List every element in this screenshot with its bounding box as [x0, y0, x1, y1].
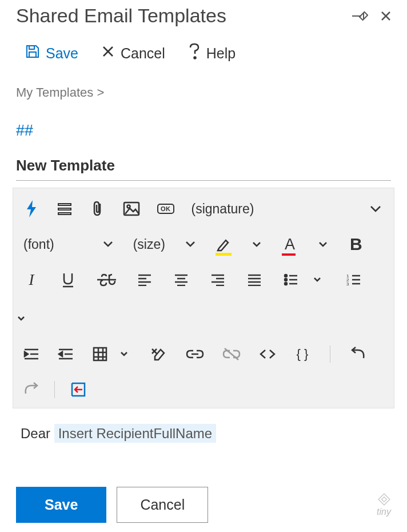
svg-marker-9 — [27, 200, 36, 217]
font-select-label: (font) — [23, 237, 54, 252]
editor-toolbar: OK (signature) (font) (size) — [13, 188, 394, 408]
chevron-down-icon[interactable] — [249, 235, 265, 253]
attachment-icon[interactable] — [90, 200, 106, 218]
editor-content[interactable]: Dear Insert RecipientFullName — [13, 418, 394, 450]
link-icon[interactable] — [186, 345, 204, 363]
svg-point-32 — [285, 279, 287, 281]
footer: Save Cancel tiny — [16, 487, 391, 523]
strikethrough-button[interactable] — [97, 271, 116, 289]
italic-button[interactable]: I — [23, 271, 39, 289]
greeting-text: Dear — [21, 426, 54, 441]
bold-button[interactable]: B — [348, 235, 364, 253]
ok-button-icon[interactable]: OK — [157, 200, 174, 218]
font-select[interactable]: (font) — [23, 237, 54, 252]
svg-text:3: 3 — [346, 281, 349, 286]
template-name-input[interactable]: New Template — [16, 157, 391, 181]
underline-button[interactable] — [60, 271, 76, 289]
indent-increase-icon[interactable] — [23, 345, 39, 363]
svg-rect-48 — [94, 348, 106, 360]
save-action-label: Save — [46, 45, 78, 62]
close-icon[interactable] — [381, 11, 391, 21]
help-action[interactable]: Help — [188, 43, 236, 63]
align-right-icon[interactable] — [210, 271, 226, 289]
source-code-icon[interactable] — [259, 345, 276, 363]
signature-select[interactable]: (signature) — [191, 201, 254, 217]
window-title: Shared Email Templates — [16, 5, 226, 27]
chevron-down-icon[interactable] — [13, 309, 29, 328]
svg-point-30 — [285, 275, 287, 277]
toolbar-row-2: (font) (size) A B — [23, 235, 384, 253]
indent-decrease-icon[interactable] — [58, 345, 74, 363]
size-select[interactable]: (size) — [133, 237, 165, 252]
recipient-token[interactable]: Insert RecipientFullName — [54, 424, 216, 443]
highlight-color-icon[interactable] — [216, 235, 232, 253]
top-toolbar: Save Cancel Help — [0, 27, 407, 63]
align-justify-icon[interactable] — [246, 271, 262, 289]
properties-hash[interactable]: ## — [0, 100, 407, 140]
divider — [54, 381, 55, 398]
signature-select-label: (signature) — [191, 201, 254, 217]
undo-icon[interactable] — [350, 345, 366, 363]
help-action-label: Help — [206, 45, 236, 62]
code-block-icon[interactable]: { } — [294, 345, 310, 363]
svg-rect-59 — [381, 497, 386, 501]
chevron-down-icon[interactable] — [309, 271, 325, 289]
toolbar-row-1: OK (signature) — [23, 200, 384, 218]
svg-rect-58 — [378, 494, 390, 505]
help-icon — [188, 43, 201, 63]
svg-point-8 — [194, 57, 195, 59]
cancel-icon — [101, 45, 115, 62]
exit-editor-icon[interactable] — [70, 380, 87, 399]
numbered-list-icon[interactable]: 1 2 3 — [346, 271, 362, 289]
svg-rect-5 — [29, 52, 36, 57]
cancel-action-label: Cancel — [121, 45, 165, 62]
save-button[interactable]: Save — [16, 487, 106, 523]
toolbar-row-4: { } — [23, 345, 384, 363]
svg-point-34 — [285, 283, 287, 285]
toolbar-row-5 — [23, 380, 384, 399]
size-select-label: (size) — [133, 237, 165, 252]
font-color-icon[interactable]: A — [282, 235, 298, 253]
divider — [330, 346, 330, 363]
bullet-list-icon[interactable] — [283, 271, 299, 289]
quick-action-icon[interactable] — [23, 200, 39, 218]
unlink-icon[interactable] — [222, 345, 241, 363]
chevron-down-icon[interactable] — [368, 200, 384, 218]
svg-rect-4 — [29, 46, 34, 49]
chevron-down-icon[interactable] — [116, 345, 132, 363]
window-controls — [351, 11, 391, 21]
align-center-icon[interactable] — [173, 271, 189, 289]
toolbar-row-3: I — [23, 271, 384, 328]
table-icon[interactable] — [92, 345, 108, 363]
window-header: Shared Email Templates — [0, 0, 407, 27]
breadcrumb[interactable]: My Templates > — [0, 63, 407, 100]
align-left-icon[interactable] — [137, 271, 153, 289]
clear-formatting-icon[interactable] — [150, 345, 167, 363]
tiny-logo: tiny — [377, 493, 391, 517]
pin-icon[interactable] — [351, 11, 368, 21]
image-icon[interactable] — [123, 200, 140, 218]
rows-icon[interactable] — [57, 200, 73, 218]
chevron-down-icon[interactable] — [100, 235, 116, 253]
redo-icon[interactable] — [23, 380, 39, 399]
chevron-down-icon[interactable] — [182, 235, 198, 253]
save-action[interactable]: Save — [25, 44, 78, 62]
cancel-action[interactable]: Cancel — [101, 45, 165, 62]
save-icon — [25, 44, 40, 62]
cancel-button[interactable]: Cancel — [117, 487, 208, 523]
chevron-down-icon[interactable] — [315, 235, 331, 253]
